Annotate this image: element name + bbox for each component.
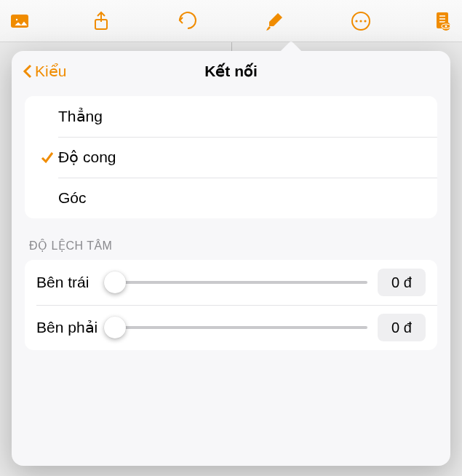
checkmark-icon [36, 150, 58, 164]
connection-option-corner[interactable]: Góc [25, 178, 437, 218]
format-brush-icon[interactable] [242, 0, 306, 42]
undo-icon[interactable] [156, 0, 220, 42]
offset-right-label: Bên phải [36, 319, 105, 336]
document-settings-icon[interactable] [426, 0, 459, 42]
offset-section-title: ĐỘ LỆCH TÂM [29, 239, 433, 253]
option-label: Độ cong [58, 148, 116, 166]
offset-left-row: Bên trái 0 đ [25, 260, 437, 305]
back-label: Kiểu [35, 63, 66, 80]
photos-icon[interactable] [3, 0, 36, 42]
connection-type-list: Thẳng Độ cong Góc [25, 96, 437, 218]
more-icon[interactable] [329, 0, 393, 42]
offset-left-slider[interactable] [115, 281, 367, 284]
slider-thumb[interactable] [104, 271, 126, 293]
connection-option-straight[interactable]: Thẳng [25, 96, 437, 137]
svg-point-12 [445, 24, 448, 28]
offset-slider-group: Bên trái 0 đ Bên phải 0 đ [25, 260, 437, 350]
connection-option-curve[interactable]: Độ cong [25, 137, 437, 178]
option-label: Thẳng [58, 108, 103, 125]
offset-left-label: Bên trái [36, 274, 105, 291]
popover-header: Kiểu Kết nối [12, 51, 450, 92]
offset-left-value[interactable]: 0 đ [378, 269, 426, 296]
svg-point-4 [355, 20, 357, 22]
chevron-left-icon [22, 63, 33, 79]
offset-right-row: Bên phải 0 đ [25, 305, 437, 350]
svg-point-5 [359, 20, 362, 22]
offset-right-slider[interactable] [115, 326, 367, 329]
offset-right-value[interactable]: 0 đ [378, 314, 426, 341]
slider-thumb[interactable] [104, 317, 126, 338]
top-toolbar [0, 0, 462, 42]
svg-point-6 [364, 20, 366, 22]
option-label: Góc [58, 189, 87, 207]
back-button[interactable]: Kiểu [17, 51, 71, 92]
format-popover: Kiểu Kết nối Thẳng Độ cong Góc ĐỘ LỆCH T… [12, 51, 450, 466]
share-icon[interactable] [69, 0, 133, 42]
popover-title: Kết nối [204, 63, 258, 80]
